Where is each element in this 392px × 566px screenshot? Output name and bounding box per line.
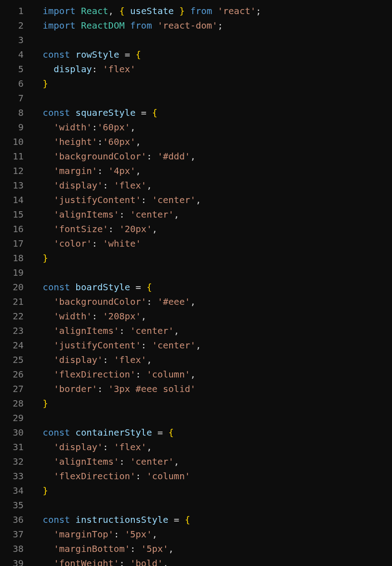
code-content[interactable]: 'display': 'flex', bbox=[32, 353, 392, 367]
line-number[interactable]: 28 bbox=[0, 396, 32, 411]
line-number[interactable]: 33 bbox=[0, 469, 32, 483]
code-line[interactable]: 1 import React, { useState } from 'react… bbox=[0, 4, 392, 18]
code-content[interactable]: 'width': '208px', bbox=[32, 309, 392, 323]
line-number[interactable]: 10 bbox=[0, 134, 32, 149]
line-number[interactable]: 31 bbox=[0, 440, 32, 454]
line-number[interactable]: 16 bbox=[0, 222, 32, 236]
code-line[interactable]: 36 const instructionsStyle = { bbox=[0, 512, 392, 527]
code-line[interactable]: 23 'alignItems': 'center', bbox=[0, 323, 392, 338]
code-content[interactable]: const boardStyle = { bbox=[32, 280, 392, 294]
code-line[interactable]: 5 display: 'flex' bbox=[0, 62, 392, 76]
code-line[interactable]: 19 bbox=[0, 265, 392, 280]
code-content[interactable]: 'height':'60px', bbox=[32, 134, 392, 149]
code-content[interactable]: 'display': 'flex', bbox=[32, 178, 392, 193]
line-number[interactable]: 26 bbox=[0, 367, 32, 382]
code-content[interactable]: 'flexDirection': 'column' bbox=[32, 469, 392, 483]
code-line[interactable]: 16 'fontSize': '20px', bbox=[0, 222, 392, 236]
code-line[interactable]: 20 const boardStyle = { bbox=[0, 280, 392, 294]
code-line[interactable]: 13 'display': 'flex', bbox=[0, 178, 392, 193]
code-line[interactable]: 33 'flexDirection': 'column' bbox=[0, 469, 392, 483]
code-content[interactable]: 'fontWeight': 'bold', bbox=[32, 556, 392, 566]
line-number[interactable]: 21 bbox=[0, 294, 32, 309]
line-number[interactable]: 5 bbox=[0, 62, 32, 76]
code-line[interactable]: 28 } bbox=[0, 396, 392, 411]
code-line[interactable]: 27 'border': '3px #eee solid' bbox=[0, 382, 392, 396]
line-number[interactable]: 32 bbox=[0, 454, 32, 469]
line-number[interactable]: 8 bbox=[0, 105, 32, 120]
line-number[interactable]: 24 bbox=[0, 338, 32, 353]
code-line[interactable]: 8 const squareStyle = { bbox=[0, 105, 392, 120]
code-line[interactable]: 26 'flexDirection': 'column', bbox=[0, 367, 392, 382]
code-line[interactable]: 32 'alignItems': 'center', bbox=[0, 454, 392, 469]
line-number[interactable]: 37 bbox=[0, 527, 32, 541]
code-content[interactable]: 'color': 'white' bbox=[32, 236, 392, 251]
line-number[interactable]: 2 bbox=[0, 18, 32, 33]
code-content[interactable]: 'justifyContent': 'center', bbox=[32, 193, 392, 207]
code-content[interactable] bbox=[32, 411, 392, 425]
line-number[interactable]: 9 bbox=[0, 120, 32, 134]
line-number[interactable]: 19 bbox=[0, 265, 32, 280]
code-content[interactable]: 'width':'60px', bbox=[32, 120, 392, 134]
line-number[interactable]: 7 bbox=[0, 91, 32, 105]
line-number[interactable]: 23 bbox=[0, 323, 32, 338]
code-line[interactable]: 14 'justifyContent': 'center', bbox=[0, 193, 392, 207]
line-number[interactable]: 34 bbox=[0, 483, 32, 498]
code-editor[interactable]: 1 import React, { useState } from 'react… bbox=[0, 4, 392, 566]
code-content[interactable]: 'alignItems': 'center', bbox=[32, 323, 392, 338]
code-content[interactable]: } bbox=[32, 76, 392, 91]
line-number[interactable]: 12 bbox=[0, 164, 32, 178]
line-number[interactable]: 30 bbox=[0, 425, 32, 440]
code-line[interactable]: 35 bbox=[0, 498, 392, 512]
code-content[interactable] bbox=[32, 498, 392, 512]
line-number[interactable]: 20 bbox=[0, 280, 32, 294]
line-number[interactable]: 39 bbox=[0, 556, 32, 566]
code-content[interactable]: 'marginTop': '5px', bbox=[32, 527, 392, 541]
code-line[interactable]: 29 bbox=[0, 411, 392, 425]
code-line[interactable]: 10 'height':'60px', bbox=[0, 134, 392, 149]
code-content[interactable]: 'alignItems': 'center', bbox=[32, 207, 392, 222]
code-line[interactable]: 31 'display': 'flex', bbox=[0, 440, 392, 454]
code-line[interactable]: 24 'justifyContent': 'center', bbox=[0, 338, 392, 353]
code-content[interactable]: 'alignItems': 'center', bbox=[32, 454, 392, 469]
line-number[interactable]: 14 bbox=[0, 193, 32, 207]
line-number[interactable]: 1 bbox=[0, 4, 32, 18]
code-content[interactable]: 'display': 'flex', bbox=[32, 440, 392, 454]
code-content[interactable]: 'backgroundColor': '#ddd', bbox=[32, 149, 392, 164]
code-content[interactable]: } bbox=[32, 251, 392, 265]
code-line[interactable]: 30 const containerStyle = { bbox=[0, 425, 392, 440]
code-line[interactable]: 22 'width': '208px', bbox=[0, 309, 392, 323]
code-content[interactable]: 'border': '3px #eee solid' bbox=[32, 382, 392, 396]
code-content[interactable] bbox=[32, 265, 392, 280]
code-line[interactable]: 2 import ReactDOM from 'react-dom'; bbox=[0, 18, 392, 33]
line-number[interactable]: 35 bbox=[0, 498, 32, 512]
line-number[interactable]: 13 bbox=[0, 178, 32, 193]
code-line[interactable]: 38 'marginBottom': '5px', bbox=[0, 541, 392, 556]
code-line[interactable]: 25 'display': 'flex', bbox=[0, 353, 392, 367]
code-line[interactable]: 39 'fontWeight': 'bold', bbox=[0, 556, 392, 566]
line-number[interactable]: 11 bbox=[0, 149, 32, 164]
code-content[interactable]: 'justifyContent': 'center', bbox=[32, 338, 392, 353]
line-number[interactable]: 4 bbox=[0, 47, 32, 62]
line-number[interactable]: 25 bbox=[0, 353, 32, 367]
code-line[interactable]: 17 'color': 'white' bbox=[0, 236, 392, 251]
line-number[interactable]: 36 bbox=[0, 512, 32, 527]
code-content[interactable] bbox=[32, 33, 392, 47]
code-content[interactable]: 'backgroundColor': '#eee', bbox=[32, 294, 392, 309]
code-line[interactable]: 7 bbox=[0, 91, 392, 105]
code-line[interactable]: 12 'margin': '4px', bbox=[0, 164, 392, 178]
line-number[interactable]: 15 bbox=[0, 207, 32, 222]
line-number[interactable]: 17 bbox=[0, 236, 32, 251]
code-content[interactable]: const instructionsStyle = { bbox=[32, 512, 392, 527]
code-line[interactable]: 6 } bbox=[0, 76, 392, 91]
line-number[interactable]: 6 bbox=[0, 76, 32, 91]
code-line[interactable]: 15 'alignItems': 'center', bbox=[0, 207, 392, 222]
code-content[interactable]: const squareStyle = { bbox=[32, 105, 392, 120]
code-line[interactable]: 3 bbox=[0, 33, 392, 47]
line-number[interactable]: 27 bbox=[0, 382, 32, 396]
code-line[interactable]: 11 'backgroundColor': '#ddd', bbox=[0, 149, 392, 164]
code-content[interactable]: 'flexDirection': 'column', bbox=[32, 367, 392, 382]
code-content[interactable]: display: 'flex' bbox=[32, 62, 392, 76]
code-content[interactable]: import ReactDOM from 'react-dom'; bbox=[32, 18, 392, 33]
code-content[interactable]: import React, { useState } from 'react'; bbox=[32, 4, 392, 18]
line-number[interactable]: 3 bbox=[0, 33, 32, 47]
